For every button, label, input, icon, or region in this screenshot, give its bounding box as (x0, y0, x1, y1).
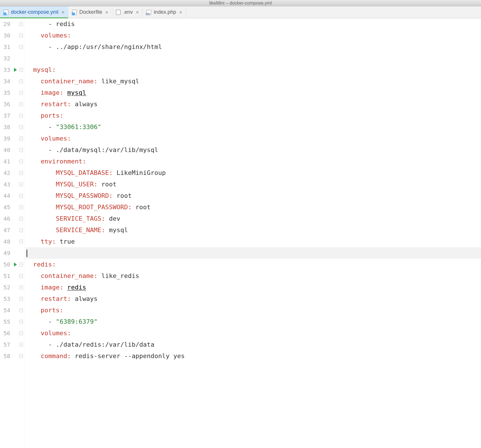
run-gutter[interactable] (13, 263, 18, 267)
fold-gutter[interactable] (18, 159, 24, 163)
fold-gutter[interactable] (18, 68, 24, 72)
code-line[interactable]: ports: (25, 110, 481, 121)
fold-gutter[interactable] (18, 33, 24, 38)
code-editor[interactable]: 2930313233343536373839404142434445464748… (0, 18, 481, 448)
code-line[interactable]: restart: always (25, 98, 481, 110)
tab-index-php[interactable]: index.php✕ (143, 6, 186, 18)
code-line[interactable]: mysql: (25, 64, 481, 76)
fold-gutter[interactable] (18, 171, 24, 175)
fold-gutter[interactable] (18, 274, 24, 278)
fold-gutter[interactable] (18, 22, 24, 26)
fold-icon[interactable] (19, 217, 23, 221)
fold-gutter[interactable] (18, 182, 24, 186)
fold-icon[interactable] (19, 68, 23, 72)
fold-icon[interactable] (19, 45, 23, 49)
fold-gutter[interactable] (18, 125, 24, 129)
close-icon[interactable]: ✕ (105, 10, 109, 15)
code-line[interactable]: command: redis-server --appendonly yes (25, 350, 481, 362)
code-line[interactable]: image: mysql (25, 87, 481, 98)
fold-gutter[interactable] (18, 354, 24, 358)
fold-gutter[interactable] (18, 320, 24, 324)
code-line[interactable]: - "6389:6379" (25, 316, 481, 327)
code-line[interactable] (25, 247, 481, 259)
code-line[interactable] (25, 53, 481, 64)
close-icon[interactable]: ✕ (178, 10, 183, 15)
fold-gutter[interactable] (18, 137, 24, 141)
code-line[interactable]: - ../app:/usr/share/nginx/html (25, 41, 481, 53)
fold-icon[interactable] (19, 159, 23, 163)
fold-icon[interactable] (19, 240, 23, 244)
fold-icon[interactable] (19, 33, 23, 38)
close-icon[interactable]: ✕ (135, 10, 140, 15)
tab-docker-compose-yml[interactable]: docker-compose.yml✕ (0, 6, 68, 18)
code-line[interactable]: - ./data/mysql:/var/lib/mysql (25, 144, 481, 156)
run-gutter[interactable] (13, 68, 18, 72)
fold-gutter[interactable] (18, 263, 24, 267)
code-line[interactable]: container_name: like_mysql (25, 76, 481, 87)
fold-gutter[interactable] (18, 228, 24, 232)
fold-gutter[interactable] (18, 148, 24, 152)
fold-icon[interactable] (19, 79, 23, 83)
code-line[interactable]: - "33061:3306" (25, 121, 481, 133)
fold-icon[interactable] (19, 297, 23, 301)
fold-gutter[interactable] (18, 205, 24, 209)
code-line[interactable]: volumes: (25, 327, 481, 339)
fold-icon[interactable] (19, 320, 23, 324)
code-line[interactable]: MYSQL_DATABASE: LikeMiniGroup (25, 167, 481, 179)
fold-icon[interactable] (19, 228, 23, 232)
code-line[interactable]: - redis (25, 18, 481, 30)
fold-gutter[interactable] (18, 331, 24, 335)
code-line[interactable]: volumes: (25, 133, 481, 144)
fold-icon[interactable] (19, 263, 23, 267)
tab--env[interactable]: .env✕ (112, 6, 143, 18)
code-line[interactable]: ports: (25, 305, 481, 316)
fold-gutter[interactable] (18, 114, 24, 118)
fold-gutter[interactable] (18, 102, 24, 106)
fold-gutter[interactable] (18, 343, 24, 347)
code-line[interactable]: image: redis (25, 282, 481, 293)
run-icon[interactable] (14, 263, 17, 267)
fold-gutter[interactable] (18, 45, 24, 49)
fold-icon[interactable] (19, 194, 23, 198)
fold-icon[interactable] (19, 308, 23, 312)
fold-icon[interactable] (19, 354, 23, 358)
tab-dockerfile[interactable]: Dockerfile✕ (68, 6, 112, 18)
code-line[interactable]: MYSQL_ROOT_PASSWORD: root (25, 202, 481, 213)
fold-icon[interactable] (19, 331, 23, 335)
fold-icon[interactable] (19, 137, 23, 141)
code-line[interactable]: - ./data/redis:/var/lib/data (25, 339, 481, 350)
code-line[interactable]: tty: true (25, 236, 481, 247)
fold-gutter[interactable] (18, 91, 24, 95)
fold-icon[interactable] (19, 171, 23, 175)
fold-icon[interactable] (19, 102, 23, 106)
fold-gutter[interactable] (18, 285, 24, 289)
fold-icon[interactable] (19, 205, 23, 209)
fold-icon[interactable] (19, 182, 23, 186)
code-line[interactable]: SERVICE_NAME: mysql (25, 224, 481, 236)
code-line[interactable]: container_name: like_redis (25, 270, 481, 282)
fold-icon[interactable] (19, 91, 23, 95)
code-line[interactable]: MYSQL_PASSWORD: root (25, 190, 481, 202)
code-line[interactable]: volumes: (25, 30, 481, 41)
code-line[interactable]: MYSQL_USER: root (25, 179, 481, 190)
fold-gutter[interactable] (18, 240, 24, 244)
fold-gutter[interactable] (18, 308, 24, 312)
fold-icon[interactable] (19, 343, 23, 347)
fold-gutter[interactable] (18, 194, 24, 198)
code-line[interactable]: restart: always (25, 293, 481, 305)
fold-icon[interactable] (19, 125, 23, 129)
close-icon[interactable]: ✕ (61, 10, 65, 15)
fold-icon[interactable] (19, 114, 23, 118)
code-area[interactable]: - redis volumes: - ../app:/usr/share/ngi… (24, 18, 481, 448)
run-icon[interactable] (14, 68, 17, 72)
fold-icon[interactable] (19, 274, 23, 278)
code-line[interactable]: environment: (25, 156, 481, 167)
fold-icon[interactable] (19, 22, 23, 26)
fold-icon[interactable] (19, 285, 23, 289)
fold-gutter[interactable] (18, 297, 24, 301)
fold-gutter[interactable] (18, 217, 24, 221)
code-line[interactable]: redis: (25, 259, 481, 270)
fold-gutter[interactable] (18, 79, 24, 83)
code-line[interactable]: SERVICE_TAGS: dev (25, 213, 481, 224)
fold-icon[interactable] (19, 148, 23, 152)
